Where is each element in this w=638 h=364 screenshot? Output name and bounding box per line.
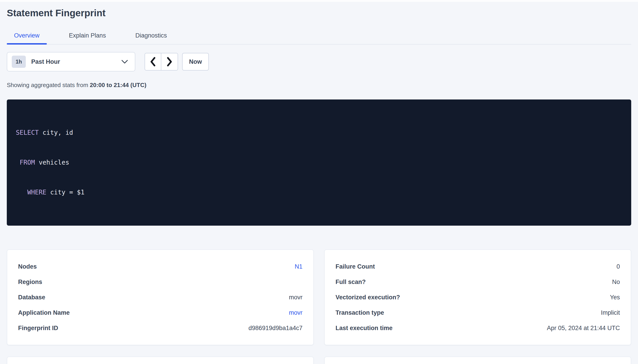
row-label: Vectorized execution? bbox=[336, 294, 400, 301]
caret-left-icon bbox=[150, 57, 156, 67]
page-title: Statement Fingerprint bbox=[7, 8, 631, 18]
time-interval-dropdown[interactable]: 1h Past Hour bbox=[7, 52, 135, 72]
time-controls: 1h Past Hour Now bbox=[7, 52, 631, 72]
detail-row-fingerprint-id: Fingerprint ID d986919d9ba1a4c7 bbox=[18, 320, 302, 336]
aggregated-stats-range: 20:00 to 21:44 (UTC) bbox=[90, 82, 146, 88]
detail-row-nodes: Nodes N1 bbox=[18, 259, 302, 274]
sql-statement-box: SELECT city, id FROM vehicles WHERE city… bbox=[7, 100, 631, 226]
row-label: Full scan? bbox=[336, 278, 366, 286]
tab-bar: Overview Explain Plans Diagnostics bbox=[7, 28, 631, 44]
vectorized-execution-value: Yes bbox=[610, 294, 620, 301]
card-execution-stats-left: Statement Time 454.1 µs Execution: 373.4… bbox=[7, 356, 314, 364]
tab-overview[interactable]: Overview bbox=[7, 28, 47, 44]
card-statement-details-right: Failure Count 0 Full scan? No Vectorized… bbox=[324, 249, 631, 345]
row-label: Regions bbox=[18, 278, 42, 286]
detail-row-full-scan: Full scan? No bbox=[336, 274, 620, 290]
aggregated-stats-prefix: Showing aggregated stats from bbox=[7, 82, 90, 88]
row-label: Last execution time bbox=[336, 324, 392, 332]
caret-right-icon bbox=[166, 57, 173, 67]
database-value: movr bbox=[289, 294, 302, 301]
previous-interval-button[interactable] bbox=[145, 53, 161, 70]
last-execution-time-value: Apr 05, 2024 at 21:44 UTC bbox=[547, 324, 620, 332]
next-interval-button[interactable] bbox=[161, 53, 178, 70]
failure-count-value: 0 bbox=[616, 263, 620, 270]
card-execution-stats-right: Contention Time 24.7 µs SQL CPU Time 16.… bbox=[324, 356, 631, 364]
detail-row-database: Database movr bbox=[18, 290, 302, 305]
detail-row-failure-count: Failure Count 0 bbox=[336, 259, 620, 274]
interval-label: Past Hour bbox=[31, 58, 60, 65]
tab-explain-plans[interactable]: Explain Plans bbox=[62, 28, 113, 44]
detail-row-last-execution-time: Last execution time Apr 05, 2024 at 21:4… bbox=[336, 320, 620, 336]
card-statement-details-left: Nodes N1 Regions Database movr Applicati… bbox=[7, 249, 314, 345]
fingerprint-id-value: d986919d9ba1a4c7 bbox=[248, 324, 302, 332]
row-label: Database bbox=[18, 294, 45, 301]
row-label: Application Name bbox=[18, 309, 70, 316]
chevron-down-icon bbox=[121, 60, 128, 64]
interval-arrow-buttons bbox=[145, 53, 178, 70]
detail-row-vectorized-execution: Vectorized execution? Yes bbox=[336, 290, 620, 305]
sql-line-1: SELECT city, id bbox=[16, 128, 622, 138]
row-label: Transaction type bbox=[336, 309, 384, 316]
nodes-link[interactable]: N1 bbox=[295, 263, 302, 270]
application-name-link[interactable]: movr bbox=[289, 309, 302, 316]
detail-row-regions: Regions bbox=[18, 274, 302, 290]
detail-row-transaction-type: Transaction type Implicit bbox=[336, 305, 620, 320]
row-label: Failure Count bbox=[336, 263, 375, 270]
full-scan-value: No bbox=[612, 278, 620, 286]
sql-keyword: WHERE bbox=[27, 188, 46, 196]
detail-row-application-name: Application Name movr bbox=[18, 305, 302, 320]
transaction-type-value: Implicit bbox=[601, 309, 620, 316]
statement-fingerprint-page: Statement Fingerprint Overview Explain P… bbox=[0, 8, 638, 364]
sql-line-3: WHERE city = $1 bbox=[16, 188, 622, 197]
top-edge-strip bbox=[0, 0, 638, 2]
sql-keyword: SELECT bbox=[16, 129, 39, 136]
sql-keyword: FROM bbox=[20, 159, 35, 166]
now-button[interactable]: Now bbox=[182, 53, 209, 70]
tab-diagnostics[interactable]: Diagnostics bbox=[128, 28, 174, 44]
sql-line-2: FROM vehicles bbox=[16, 158, 622, 168]
summary-cards: Nodes N1 Regions Database movr Applicati… bbox=[7, 249, 631, 364]
aggregated-stats-text: Showing aggregated stats from 20:00 to 2… bbox=[7, 82, 631, 89]
row-label: Nodes bbox=[18, 263, 37, 270]
interval-badge: 1h bbox=[12, 56, 26, 68]
row-label: Fingerprint ID bbox=[18, 324, 58, 332]
